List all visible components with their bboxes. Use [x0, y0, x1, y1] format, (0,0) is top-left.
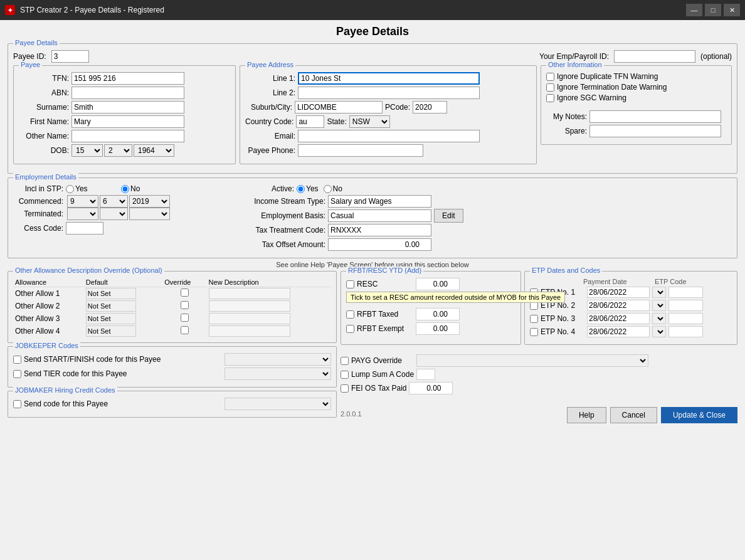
etp1-code[interactable] [668, 287, 703, 298]
fei-value-input[interactable] [409, 382, 453, 394]
lumpsum-checkbox[interactable] [341, 371, 349, 379]
terminated-month-select[interactable] [100, 208, 128, 220]
phone-input[interactable] [298, 144, 423, 157]
othername-input[interactable] [71, 130, 184, 142]
incl-stp-yes-radio[interactable] [66, 185, 74, 193]
etp3-code[interactable] [668, 313, 703, 324]
tax-treatment-input[interactable] [328, 224, 431, 236]
active-no-radio[interactable] [324, 185, 332, 193]
terminated-year-select[interactable] [129, 208, 170, 220]
surname-row: Surname: [19, 101, 230, 114]
rfbt-taxed-checkbox[interactable] [346, 310, 354, 319]
income-stream-input[interactable] [328, 195, 431, 208]
etp2-date-select[interactable]: ▾ [652, 300, 666, 311]
lumpsum-code-input[interactable] [416, 369, 435, 380]
payg-override-checkbox[interactable] [341, 357, 349, 365]
help-button[interactable]: Help [567, 407, 606, 423]
incl-stp-no-radio[interactable] [121, 185, 129, 193]
active-yes-radio[interactable] [297, 185, 305, 193]
dob-year-select[interactable]: 1964 [134, 144, 174, 157]
etp1-date[interactable] [587, 287, 650, 298]
firstname-row: First Name: [19, 115, 230, 128]
ignore-sgc-checkbox[interactable] [546, 94, 554, 102]
maximize-button[interactable]: □ [705, 4, 721, 16]
jobmaker-select[interactable] [225, 398, 331, 410]
my-notes-input[interactable] [589, 110, 721, 123]
allow1-newdesc[interactable] [209, 288, 290, 299]
country-row: Country Code: State: NSW [245, 115, 531, 128]
jobkeeper-tier-select[interactable] [225, 367, 331, 380]
version-text: 2.0.0.1 [341, 410, 362, 418]
allow1-override-checkbox[interactable] [181, 288, 189, 297]
country-input[interactable] [296, 115, 324, 128]
allow3-newdesc[interactable] [209, 313, 290, 324]
fei-checkbox[interactable] [341, 384, 349, 393]
emp-payroll-id-input[interactable] [614, 50, 695, 63]
etp4-checkbox[interactable] [530, 328, 538, 336]
jobkeeper-tier-checkbox[interactable] [13, 370, 21, 378]
ignore-term-date-checkbox[interactable] [546, 83, 554, 92]
etp1-date-select[interactable]: ▾ [652, 287, 666, 298]
col-default: Default [84, 278, 162, 287]
jobmaker-group: JOBMAKER Hiring Credit Codes Send code f… [8, 391, 337, 418]
jobmaker-checkbox[interactable] [13, 400, 21, 408]
etp4-date[interactable] [587, 326, 650, 337]
lump-sum-row: Lump Sum A Code [341, 369, 737, 380]
edit-button[interactable]: Edit [434, 209, 463, 223]
jobkeeper-start-select[interactable] [225, 353, 331, 366]
allow4-override-checkbox[interactable] [181, 326, 189, 334]
surname-input[interactable] [71, 101, 184, 114]
dob-day-select[interactable]: 15 [71, 144, 103, 157]
allow2-newdesc[interactable] [209, 300, 290, 312]
rfbt-taxed-value[interactable] [416, 308, 460, 320]
commenced-day-select[interactable]: 9 [67, 195, 98, 208]
email-input[interactable] [298, 130, 480, 142]
firstname-input[interactable] [71, 115, 184, 128]
close-button[interactable]: ✕ [724, 4, 740, 16]
suburb-input[interactable] [295, 101, 383, 114]
footer-row: 2.0.0.1 Help Cancel Update & Close [341, 404, 737, 423]
line2-input[interactable] [298, 87, 480, 99]
state-select[interactable]: NSW [349, 115, 390, 128]
allow4-default [86, 325, 136, 337]
etp4-date-select[interactable]: ▾ [652, 326, 666, 337]
etp2-date[interactable] [587, 300, 650, 311]
ignore-dup-tfn-checkbox[interactable] [546, 73, 554, 81]
dob-month-select[interactable]: 2 [104, 144, 132, 157]
employment-basis-input[interactable] [328, 209, 431, 222]
etp2-code[interactable] [668, 300, 703, 311]
minimize-button[interactable]: — [686, 4, 702, 16]
spare-label: Spare: [546, 127, 587, 135]
resc-value[interactable] [416, 278, 460, 290]
resc-checkbox[interactable] [346, 280, 354, 288]
pcode-input[interactable] [413, 101, 447, 114]
etp3-checkbox[interactable] [530, 315, 538, 323]
payee-id-input[interactable] [51, 50, 89, 63]
spare-input[interactable] [589, 125, 721, 137]
etp3-date[interactable] [587, 313, 650, 324]
cess-code-input[interactable] [66, 222, 103, 235]
rfbt-exempt-checkbox[interactable] [346, 325, 354, 333]
allow2-override-checkbox[interactable] [181, 301, 189, 309]
phone-label: Payee Phone: [245, 146, 295, 155]
commenced-month-select[interactable]: 6 [100, 195, 128, 208]
etp4-code[interactable] [668, 326, 703, 337]
fei-label: FEI OS Tax Paid [351, 384, 406, 393]
tax-offset-input[interactable] [328, 238, 431, 251]
cancel-button[interactable]: Cancel [610, 407, 657, 423]
etp3-date-select[interactable]: ▾ [652, 313, 666, 324]
rfbt-exempt-value[interactable] [416, 322, 460, 335]
tfn-input[interactable] [71, 72, 184, 85]
abn-input[interactable] [71, 87, 184, 99]
jobkeeper-start-checkbox[interactable] [13, 356, 21, 364]
allow4-newdesc[interactable] [209, 325, 290, 337]
payg-override-select[interactable] [416, 354, 648, 367]
commenced-year-select[interactable]: 2019 [129, 195, 170, 208]
terminated-day-select[interactable] [67, 208, 98, 220]
line1-input[interactable] [298, 72, 480, 85]
line1-label: Line 1: [245, 74, 295, 83]
allow3-override-checkbox[interactable] [181, 314, 189, 322]
emp-payroll-id-label: Your Emp/Payroll ID: [539, 52, 609, 61]
main-window: Payee Details Payee Details Payee ID: Yo… [0, 20, 745, 560]
update-close-button[interactable]: Update & Close [661, 407, 737, 423]
